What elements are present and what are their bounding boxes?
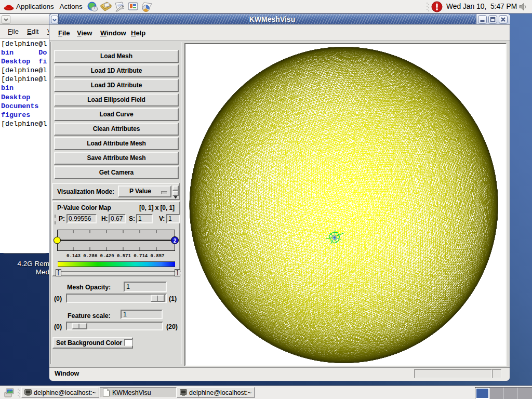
svg-text:2: 2 — [174, 238, 177, 244]
